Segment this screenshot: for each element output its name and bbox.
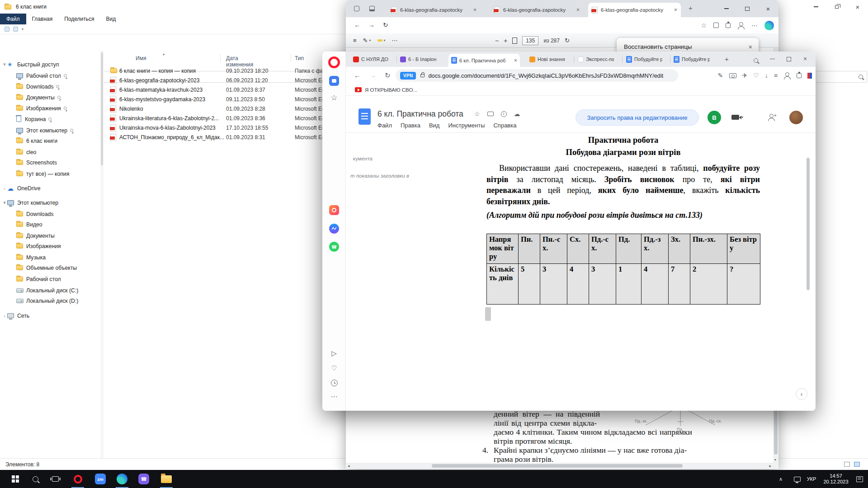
- document-body[interactable]: Практична робота Побудова діаграми рози …: [486, 136, 760, 321]
- sidebar-item-pc-music[interactable]: Музыка: [0, 253, 100, 262]
- opera-tab-2[interactable]: 6 - Б Іларіон: [397, 52, 443, 67]
- minimize-button[interactable]: [716, 0, 737, 17]
- opera-tab-4[interactable]: Нові знання: [527, 52, 572, 67]
- minimize-button[interactable]: [806, 0, 826, 14]
- docs-menu-help[interactable]: Справка: [493, 122, 516, 129]
- opera-tab-7[interactable]: Побудуйте р: [671, 52, 716, 67]
- highlight-tool[interactable]: ▾: [377, 39, 386, 42]
- profile-icon[interactable]: [737, 22, 745, 28]
- menu-share[interactable]: Поделиться: [58, 14, 100, 24]
- extensions-icon[interactable]: [726, 23, 731, 28]
- qat-icon[interactable]: [13, 27, 18, 32]
- sidebar-item-pc-pictures[interactable]: Изображения: [0, 241, 100, 251]
- request-edit-access-button[interactable]: Запросить права на редактирование: [576, 109, 699, 126]
- taskbar-opera-icon[interactable]: [67, 470, 89, 488]
- favorites-heart-icon[interactable]: ♡: [322, 365, 346, 371]
- sidebar-item-pc-documents[interactable]: Документы: [0, 231, 100, 240]
- file-row[interactable]: 6-klas-mystetstvo-gaydamaka-2023 09.11.2…: [0, 94, 348, 104]
- tab-close-icon[interactable]: ×: [473, 7, 476, 13]
- bookmark-item[interactable]: Я ОТКРЫВАЮ СВО...: [365, 87, 417, 93]
- sidebar-section-network[interactable]: › Сеть: [0, 311, 100, 320]
- camera-icon[interactable]: [729, 73, 736, 78]
- tab-close-icon[interactable]: ×: [576, 7, 580, 13]
- file-row[interactable]: 6-klas-geografia-zapotockyi-2023 06.09.2…: [0, 75, 348, 85]
- downloads-icon[interactable]: ↓: [765, 72, 768, 79]
- history-clock-icon[interactable]: [322, 380, 346, 386]
- player-icon[interactable]: ▷: [322, 350, 346, 357]
- opera-tab-3-active[interactable]: 6 кл. Практична робот ×: [448, 54, 520, 67]
- wind-table[interactable]: Напрямок вітру Пн. Пн.-сх. Сх. Пд.-сх. П…: [486, 234, 760, 305]
- meet-video-button[interactable]: ▾: [731, 115, 743, 120]
- back-icon[interactable]: ←: [354, 22, 360, 28]
- edge-tabbar[interactable]: 6-klas-geografia-zapotocky × 6-klas-geog…: [346, 0, 778, 17]
- action-center-icon[interactable]: [853, 470, 866, 488]
- minimize-button[interactable]: [770, 59, 775, 59]
- scroll-down-icon[interactable]: ▾: [774, 458, 776, 462]
- cloud-saved-icon[interactable]: ☁: [514, 111, 520, 117]
- scroll-right-icon[interactable]: ▸: [769, 464, 771, 468]
- google-docs-logo[interactable]: [359, 108, 371, 125]
- sidebar-section-this-pc[interactable]: ▾ Этот компьютер: [0, 198, 100, 207]
- view-list-icon[interactable]: [844, 462, 850, 467]
- file-row[interactable]: 6 клас книги — копия — копия 09.10.2023 …: [0, 66, 348, 75]
- document-title[interactable]: 6 кл. Практична робота: [377, 109, 463, 119]
- dialog-close-icon[interactable]: ×: [749, 43, 752, 51]
- sidebar-item-pc-videos[interactable]: Видео: [0, 220, 100, 229]
- file-row[interactable]: Nikolenko 01.09.2023 8:28 Microsoft Ed: [0, 104, 348, 113]
- opera-address-bar[interactable]: VPN docs.google.com/document/d/1Fc_Wvj6G…: [396, 69, 678, 82]
- opera-menu-logo[interactable]: [322, 56, 346, 68]
- more-tools-icon[interactable]: ⋯: [392, 38, 398, 43]
- docs-scrollbar-thumb[interactable]: [807, 158, 810, 290]
- move-folder-icon[interactable]: [487, 112, 494, 116]
- opera-tab-5[interactable]: Экспресс-пан: [575, 52, 620, 67]
- zoom-out-icon[interactable]: −: [495, 38, 499, 44]
- search-input[interactable]: [810, 71, 867, 83]
- tab-actions-icon[interactable]: [369, 6, 375, 11]
- document-status-icon[interactable]: i: [501, 111, 507, 117]
- menu-file[interactable]: Файл: [0, 14, 26, 24]
- sidebar-item-screenshots[interactable]: Screenshots: [0, 158, 100, 167]
- clock[interactable]: 14:57 20.12.2023: [819, 470, 853, 488]
- edge-tab-3-active[interactable]: 6-klas-geografia-zapotocky ×: [588, 3, 681, 17]
- presence-avatar[interactable]: B: [708, 111, 721, 124]
- collapse-panel-button[interactable]: ‹: [796, 388, 807, 400]
- collections-icon[interactable]: [713, 23, 719, 28]
- view-thumbnails-icon[interactable]: [854, 462, 860, 467]
- back-icon[interactable]: ←: [354, 72, 361, 79]
- user-avatar[interactable]: [789, 111, 803, 124]
- start-page-icon[interactable]: [322, 76, 346, 86]
- docs-menu-view[interactable]: Вид: [429, 122, 440, 129]
- menu-home[interactable]: Главная: [26, 14, 59, 24]
- panels-icon[interactable]: ≡: [774, 72, 778, 79]
- collapsed-chevron-icon[interactable]: ›: [2, 186, 7, 191]
- edge-tab-2[interactable]: 6-klas-geografia-zapotocky ×: [491, 3, 583, 17]
- qat-dropdown-icon[interactable]: ▾: [22, 28, 24, 31]
- taskbar-edge-icon[interactable]: [111, 470, 133, 488]
- file-row[interactable]: АСТОН_Пізнаємо_природу_6_кл_Мідак... 01.…: [0, 132, 348, 142]
- extension-flag-icon[interactable]: [807, 73, 812, 79]
- messenger-shortcut-icon[interactable]: [322, 205, 346, 215]
- taskbar-explorer-icon[interactable]: [156, 470, 177, 488]
- start-button[interactable]: [5, 470, 26, 488]
- menu-view[interactable]: Вид: [100, 14, 122, 24]
- rotate-icon[interactable]: ↻: [565, 38, 570, 43]
- sidebar-item-tut-vse-copy[interactable]: тут все) — копия: [0, 169, 100, 178]
- column-header-type[interactable]: Тип: [295, 55, 304, 61]
- qat-icon[interactable]: [5, 27, 9, 32]
- collapsed-chevron-icon[interactable]: ›: [2, 313, 7, 319]
- workspaces-icon[interactable]: [354, 6, 359, 11]
- dropdown-icon[interactable]: ▾: [369, 39, 371, 42]
- bookmark-heart-icon[interactable]: ♡: [753, 72, 759, 79]
- maximize-button[interactable]: [737, 0, 758, 17]
- opera-tab-1[interactable]: С НУЛЯ ДО Ф: [350, 52, 396, 67]
- sidebar-item-pc-downloads[interactable]: Downloads: [0, 209, 100, 219]
- toc-menu-icon[interactable]: ≡: [353, 38, 357, 43]
- sidebar-item-disk-c[interactable]: Локальный диск (C:): [0, 286, 100, 295]
- sidebar-more-icon[interactable]: ⋯: [322, 393, 346, 400]
- taskbar-viber-icon[interactable]: ☎: [133, 470, 155, 488]
- new-tab-icon[interactable]: +: [725, 56, 729, 62]
- docs-menu-tools[interactable]: Инструменты: [448, 122, 485, 129]
- sidebar-item-disk-d[interactable]: Локальный диск (D:): [0, 296, 100, 305]
- close-button[interactable]: ×: [803, 56, 807, 62]
- docs-menu-file[interactable]: Файл: [377, 122, 392, 129]
